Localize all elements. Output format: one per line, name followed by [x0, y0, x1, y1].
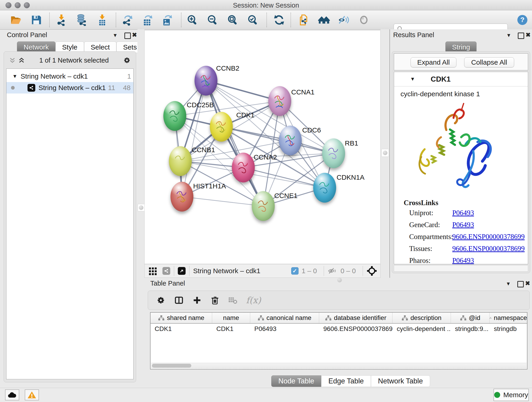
network-node-CDK1[interactable]	[210, 112, 233, 142]
network-node-CCNB2[interactable]	[195, 66, 217, 96]
save-session-button[interactable]	[30, 13, 43, 26]
splitter-handle[interactable]	[381, 149, 389, 157]
crosslink-value[interactable]: P06493	[452, 209, 528, 217]
main-toolbar: ?	[0, 10, 532, 30]
import-network-from-file-button[interactable]	[55, 13, 68, 26]
cell-id[interactable]: stringdb:9...	[451, 324, 490, 334]
scrollbar-thumb[interactable]	[152, 364, 191, 368]
warnings-button[interactable]	[25, 389, 39, 400]
table-tabs: Node Table Edge Table Network Table	[271, 375, 430, 387]
network-node-CCNA2[interactable]	[232, 153, 255, 182]
database-icon	[75, 14, 87, 26]
selected-checkbox[interactable]: ✓	[291, 267, 298, 274]
crosslink-value[interactable]: P06493	[452, 221, 528, 229]
crosslink-value[interactable]: 9606.ENSP00000378699	[452, 233, 528, 241]
network-canvas[interactable]: CCNB2CCNA1CDC25BCDK1CDC6RB1CCNB1CCNA2CDK…	[144, 30, 380, 264]
memory-button[interactable]: Memory	[494, 389, 529, 401]
column-header[interactable]: namespace	[490, 313, 527, 323]
zoom-selected-button[interactable]	[247, 13, 259, 26]
panel-float-icon[interactable]	[518, 32, 524, 39]
zoom-out-button[interactable]	[206, 13, 219, 26]
detach-view-icon[interactable]	[178, 267, 186, 275]
network-node-CCNA1[interactable]	[268, 86, 291, 116]
cell-shared-name[interactable]: CDK1	[151, 324, 212, 334]
panel-menu-icon[interactable]: ▾	[507, 281, 510, 287]
network-node-CDC25B[interactable]	[163, 101, 186, 131]
network-tree: ▼ String Network – cdk1 1 String Network…	[6, 69, 133, 379]
network-view-icon[interactable]	[162, 267, 170, 275]
hidden-eye-icon[interactable]	[328, 267, 337, 275]
birds-eye-icon[interactable]	[367, 266, 377, 276]
cell-namespace[interactable]: stringdb	[490, 324, 527, 334]
network-node-RB1[interactable]	[322, 138, 345, 168]
panel-float-icon[interactable]	[517, 281, 524, 287]
apply-layout-button[interactable]	[273, 13, 285, 26]
help-button[interactable]: ?	[516, 13, 529, 26]
export-table-button[interactable]	[141, 13, 154, 26]
column-header[interactable]: @id	[451, 313, 490, 323]
zoom-fit-button[interactable]	[226, 13, 239, 26]
table-row[interactable]: CDK1 CDK1 P06493 9606.ENSP00000378699 cy…	[151, 324, 527, 334]
cell-canonical-name[interactable]: P06493	[250, 324, 319, 334]
crosslink-value[interactable]: P06493	[452, 256, 528, 264]
hide-glass-button[interactable]	[337, 13, 350, 26]
tab-edge-table[interactable]: Edge Table	[321, 375, 371, 387]
panel-close-icon[interactable]: ✖	[526, 32, 531, 38]
crosslink-label: Tissues:	[409, 245, 452, 253]
cell-description[interactable]: cyclin-dependent ...	[393, 324, 451, 334]
gear-icon[interactable]	[156, 295, 166, 305]
expand-all-icon[interactable]	[18, 56, 25, 64]
panel-float-icon[interactable]	[124, 32, 131, 39]
show-glass-button[interactable]	[357, 13, 370, 26]
import-table-from-file-button[interactable]	[96, 13, 109, 26]
table-header-row: shared name name canonical name database…	[151, 313, 527, 324]
tree-expander-icon[interactable]: ▼	[12, 73, 17, 79]
expand-all-button[interactable]: Expand All	[411, 57, 456, 67]
import-network-from-database-button[interactable]	[75, 13, 88, 26]
zoom-in-button[interactable]	[186, 13, 199, 26]
grid-view-icon[interactable]	[148, 266, 157, 275]
column-header[interactable]: database identifier	[319, 313, 393, 323]
open-session-button[interactable]	[9, 13, 22, 26]
clone-network-button[interactable]	[298, 13, 310, 26]
horizontal-scrollbar[interactable]	[151, 363, 526, 369]
collapse-section-icon[interactable]: ▼	[410, 76, 415, 82]
panel-close-icon[interactable]: ✖	[132, 32, 137, 38]
export-image-icon	[161, 14, 173, 26]
splitter-handle[interactable]	[138, 204, 145, 211]
columns-icon[interactable]	[174, 295, 184, 306]
tab-node-table[interactable]: Node Table	[271, 375, 321, 387]
add-icon[interactable]	[192, 295, 202, 305]
tab-network-table[interactable]: Network Table	[371, 375, 430, 387]
column-header[interactable]: name	[212, 313, 250, 323]
home-string-button[interactable]	[317, 13, 330, 26]
panel-menu-icon[interactable]: ▾	[114, 32, 117, 38]
right-splitter[interactable]	[380, 29, 389, 278]
export-image-button[interactable]	[160, 13, 173, 26]
collapse-all-button[interactable]: Collapse All	[464, 57, 514, 67]
cell-name[interactable]: CDK1	[212, 324, 250, 334]
network-row[interactable]: String Network – cdk1 11 48	[6, 82, 133, 94]
network-node-CDKN1A[interactable]	[313, 173, 336, 203]
column-header[interactable]: shared name	[151, 313, 212, 323]
delete-icon[interactable]	[210, 295, 220, 305]
open-folder-icon	[10, 14, 22, 26]
collapse-all-icon[interactable]	[8, 56, 16, 64]
cell-database-identifier[interactable]: 9606.ENSP00000378699	[319, 324, 393, 334]
column-header[interactable]: canonical name	[250, 313, 319, 323]
hierarchy-icon	[402, 315, 408, 321]
gene-header-row[interactable]: ▼ CDK1	[394, 72, 528, 86]
network-node-CCNB1[interactable]	[169, 146, 192, 176]
panel-menu-icon[interactable]: ▾	[507, 32, 510, 38]
crosslink-value[interactable]: 9606.ENSP00000378699	[452, 245, 528, 253]
network-node-HIST1H1A[interactable]	[171, 182, 193, 211]
export-network-button[interactable]	[121, 13, 134, 26]
network-node-CCNE1[interactable]	[252, 191, 275, 221]
network-node-CDC6[interactable]	[279, 126, 302, 155]
gear-icon[interactable]	[123, 56, 131, 65]
network-collection-row[interactable]: ▼ String Network – cdk1 1	[6, 70, 133, 82]
panel-close-icon[interactable]: ✖	[525, 280, 530, 286]
cloud-button[interactable]	[5, 389, 19, 400]
left-splitter[interactable]	[138, 29, 144, 388]
column-header[interactable]: description	[393, 313, 451, 323]
